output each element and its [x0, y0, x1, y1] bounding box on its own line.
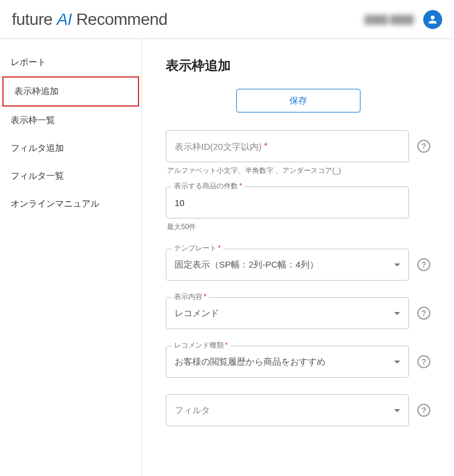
- frame-id-helper: アルファベット小文字、半角数字 、アンダースコア(_): [167, 166, 430, 176]
- form-group-display-content: 表示内容* レコメンド ?: [166, 297, 430, 329]
- recommend-type-value: お客様の閲覧履歴から商品をおすすめ: [175, 356, 326, 368]
- item-count-input[interactable]: [166, 186, 409, 218]
- app-header: future AI Recommend ████ ████: [0, 0, 454, 39]
- item-count-label: 表示する商品の件数*: [172, 181, 244, 191]
- save-row: 保存: [166, 89, 430, 112]
- sidebar-item-frame-list[interactable]: 表示枠一覧: [0, 107, 141, 134]
- help-icon[interactable]: ?: [417, 258, 430, 271]
- form-group-item-count: 表示する商品の件数* 最大50件: [166, 186, 430, 232]
- form-group-recommend-type: レコメンド種類* お客様の閲覧履歴から商品をおすすめ ?: [166, 346, 430, 378]
- chevron-down-icon: [394, 312, 400, 315]
- recommend-type-label: レコメンド種類*: [172, 340, 230, 350]
- logo-prefix: future: [12, 10, 57, 28]
- display-content-select[interactable]: レコメンド: [166, 297, 409, 329]
- form-group-template: テンプレート* 固定表示（SP幅：2列-PC幅：4列） ?: [166, 249, 430, 281]
- recommend-type-select[interactable]: お客様の閲覧履歴から商品をおすすめ: [166, 346, 409, 378]
- display-content-value: レコメンド: [175, 308, 219, 319]
- logo-suffix: Recommend: [72, 10, 168, 28]
- user-name: ████ ████: [365, 15, 414, 24]
- logo-ai: AI: [57, 10, 72, 28]
- sidebar-item-add-filter[interactable]: フィルタ追加: [0, 134, 141, 162]
- form-group-frame-id: * ? アルファベット小文字、半角数字 、アンダースコア(_): [166, 130, 430, 176]
- chevron-down-icon: [394, 263, 400, 266]
- help-icon[interactable]: ?: [417, 404, 430, 417]
- help-icon[interactable]: ?: [417, 307, 430, 320]
- form-group-filter: フィルタ ?: [166, 394, 430, 426]
- main-container: レポート 表示枠追加 表示枠一覧 フィルタ追加 フィルタ一覧 オンラインマニュア…: [0, 39, 454, 476]
- help-icon[interactable]: ?: [417, 140, 430, 153]
- sidebar-item-report[interactable]: レポート: [0, 49, 141, 76]
- main-content: 表示枠追加 保存 * ? アルファベット小文字、半角数字 、アンダースコア(_)…: [142, 39, 454, 476]
- frame-id-input[interactable]: [166, 130, 409, 162]
- display-content-label: 表示内容*: [172, 292, 209, 302]
- filter-placeholder: フィルタ: [175, 405, 210, 416]
- save-button[interactable]: 保存: [236, 89, 360, 112]
- template-value: 固定表示（SP幅：2列-PC幅：4列）: [175, 259, 318, 271]
- sidebar: レポート 表示枠追加 表示枠一覧 フィルタ追加 フィルタ一覧 オンラインマニュア…: [0, 39, 142, 476]
- header-right: ████ ████: [365, 10, 442, 29]
- app-logo: future AI Recommend: [12, 10, 168, 29]
- page-title: 表示枠追加: [166, 57, 430, 75]
- sidebar-item-manual[interactable]: オンラインマニュアル: [0, 190, 141, 218]
- avatar-icon[interactable]: [423, 10, 442, 29]
- help-icon[interactable]: ?: [417, 355, 430, 368]
- sidebar-item-filter-list[interactable]: フィルタ一覧: [0, 162, 141, 190]
- template-select[interactable]: 固定表示（SP幅：2列-PC幅：4列）: [166, 249, 409, 281]
- template-label: テンプレート*: [172, 243, 223, 253]
- chevron-down-icon: [394, 409, 400, 412]
- filter-select[interactable]: フィルタ: [166, 394, 409, 426]
- item-count-helper: 最大50件: [167, 222, 430, 232]
- sidebar-item-add-frame[interactable]: 表示枠追加: [2, 76, 139, 107]
- chevron-down-icon: [394, 361, 400, 364]
